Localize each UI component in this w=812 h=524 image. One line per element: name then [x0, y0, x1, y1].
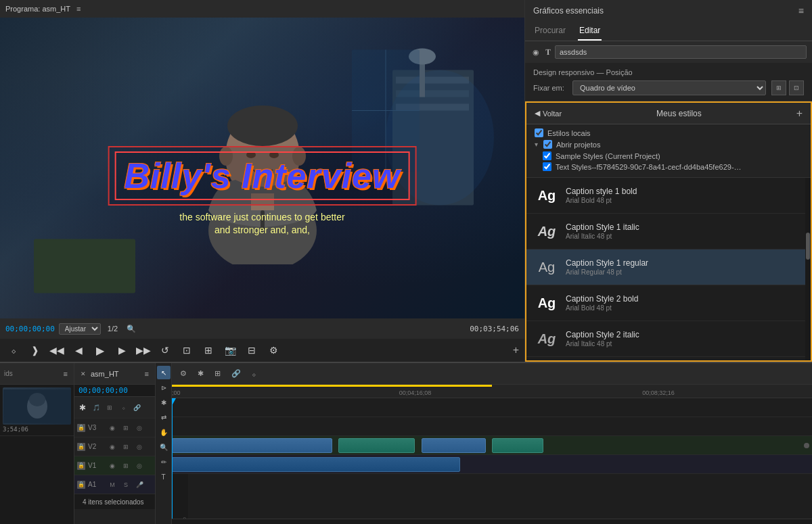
lock-v2[interactable]: 🔒 — [77, 443, 85, 451]
ripple-btn[interactable]: ✱ — [77, 402, 88, 413]
zoom-icon[interactable]: 🔍 — [125, 323, 138, 335]
header-menu-btn[interactable]: ≡ — [74, 3, 83, 14]
snap-btn[interactable]: ⊞ — [200, 342, 217, 358]
track-select-btn[interactable]: ⊳ — [157, 381, 171, 394]
tool-panel: ↖ ⊳ ✱ ⇄ ✋ 🔍 ✏ T — [156, 363, 172, 524]
tl-marker-btn[interactable]: ⬦ — [249, 368, 259, 379]
align-icon-2[interactable]: ⊡ — [789, 80, 804, 95]
style-item-1[interactable]: AgCaption Style 1 italicArial Italic 48 … — [526, 214, 805, 249]
target-v1[interactable]: ◎ — [134, 460, 145, 471]
svg-point-23 — [29, 393, 45, 406]
timecode-left: 00;00;00;00 — [5, 325, 55, 333]
fit-select[interactable]: Ajustar — [59, 323, 101, 335]
local-styles-label: Estilos locais — [547, 129, 591, 137]
eye-v1[interactable]: ◉ — [107, 460, 118, 471]
step-back-btn[interactable]: ◀ — [70, 342, 87, 358]
mark-out-btn[interactable]: ❱ — [27, 342, 43, 358]
add-style-btn[interactable]: + — [796, 108, 803, 120]
svg-point-2 — [227, 105, 298, 146]
razor-btn[interactable]: 🎵 — [91, 402, 102, 413]
safe-zone-btn[interactable]: ⊡ — [179, 342, 195, 358]
settings-btn[interactable]: ⚙ — [265, 342, 281, 358]
local-styles-checkbox[interactable] — [535, 128, 543, 137]
tab-edit[interactable]: Editar — [578, 22, 602, 41]
fixar-select[interactable]: Quadro de vídeo — [572, 80, 766, 95]
zoom-tool-btn[interactable]: 🔍 — [157, 440, 171, 454]
scrollbar-thumb[interactable] — [806, 233, 810, 260]
text-styles-checkbox[interactable] — [543, 162, 551, 171]
program-title: Programa: asm_HT — [5, 5, 70, 13]
tl-settings-btn[interactable]: ⚙ — [177, 368, 189, 379]
timeline-scrollbar[interactable] — [172, 519, 812, 524]
style-item-0[interactable]: AgCaption style 1 boldArial Bold 48 pt — [526, 178, 805, 214]
clip-v1-1[interactable] — [172, 438, 332, 453]
target-v3[interactable]: ◎ — [134, 423, 145, 433]
search-input[interactable] — [555, 45, 807, 59]
mute-a1[interactable]: M — [107, 479, 118, 490]
tl-link-btn[interactable]: 🔗 — [229, 368, 244, 379]
clip-v1-2[interactable] — [338, 438, 415, 453]
type-tool-btn[interactable]: T — [157, 470, 171, 483]
style-item-5[interactable]: AgCaption Style 2 regularArial Regular 4… — [526, 357, 805, 360]
num-0: 0 — [173, 509, 186, 519]
next-frame-btn[interactable]: ▶▶ — [135, 342, 152, 358]
tl-snap-btn[interactable]: ⊞ — [212, 368, 223, 379]
lock-a1[interactable]: 🔒 — [77, 481, 85, 489]
target-v2[interactable]: ◎ — [134, 442, 145, 452]
style-item-3[interactable]: AgCaption Style 2 boldArial Bold 48 pt — [526, 285, 805, 321]
eye-toggle-btn[interactable]: ◉ — [531, 47, 541, 58]
hand-tool-btn[interactable]: ✋ — [157, 425, 171, 439]
open-projects-checkbox[interactable] — [543, 140, 552, 149]
marker-btn[interactable]: ⬦ — [118, 402, 129, 413]
clip-v1[interactable]: ⊞ — [120, 460, 131, 471]
thumb-menu-btn[interactable]: ≡ — [62, 368, 70, 379]
pen-tool-btn[interactable]: ✏ — [157, 455, 171, 469]
ripple-tool-btn[interactable]: ✱ — [157, 396, 171, 409]
export-btn[interactable]: ⊟ — [244, 342, 260, 358]
link-btn[interactable]: 🔗 — [131, 402, 142, 413]
thumb-header: ids ≡ — [0, 363, 74, 385]
sample-styles-checkbox[interactable] — [543, 151, 551, 160]
clip-v1-3[interactable] — [422, 438, 486, 453]
tl-ripple-btn[interactable]: ✱ — [195, 368, 206, 379]
mic-a1[interactable]: 🎤 — [134, 479, 145, 490]
thumb-item[interactable]: 3;54;06 — [0, 385, 74, 436]
loop-btn[interactable]: ↺ — [157, 342, 173, 358]
scrollbar-track[interactable] — [805, 178, 811, 360]
numbers-column: 0 -6 -12 -18 -24 -30 -36 — [172, 474, 188, 519]
track-row-v3 — [172, 398, 812, 417]
lock-v1[interactable]: 🔒 — [77, 462, 85, 470]
lock-v3[interactable]: 🔒 — [77, 424, 85, 432]
camera-btn[interactable]: 📷 — [222, 342, 238, 358]
style-item-2[interactable]: AgCaption Style 1 regularArial Regular 4… — [526, 249, 805, 285]
selection-count: 4 itens selecionados — [78, 496, 148, 508]
solo-a1[interactable]: S — [120, 479, 131, 490]
video-panel: Programa: asm_HT ≡ — [0, 0, 524, 362]
timeline-ruler-bar: :00;00 00;04;16;08 00;08;32;16 — [172, 385, 812, 398]
add-control-btn[interactable]: + — [513, 344, 519, 356]
mark-in-btn[interactable]: ⬦ — [5, 342, 22, 358]
tab-search[interactable]: Procurar — [533, 22, 567, 41]
style-name-0: Caption style 1 bold — [566, 187, 797, 196]
design-label: Design responsivo — Posição — [533, 68, 804, 76]
voltar-btn[interactable]: ◀ Voltar — [535, 109, 562, 118]
close-seq-btn[interactable]: ✕ — [78, 369, 88, 379]
clip-v3[interactable]: ⊞ — [120, 423, 131, 433]
seq-menu-btn[interactable]: ≡ — [143, 368, 151, 379]
roll-tool-btn[interactable]: ⇄ — [157, 410, 171, 424]
panel-menu-btn[interactable]: ≡ — [798, 5, 804, 16]
step-fwd-btn[interactable]: ▶ — [114, 342, 130, 358]
style-item-4[interactable]: AgCaption Style 2 italicArial Italic 48 … — [526, 321, 805, 357]
play-btn[interactable]: ▶ — [92, 342, 108, 358]
sub-check-row-1: Sample Styles (Current Project) — [543, 151, 803, 160]
align-icon-1[interactable]: ⊞ — [771, 80, 786, 95]
select-tool-btn[interactable]: ↖ — [157, 366, 171, 379]
eye-v2[interactable]: ◉ — [107, 442, 118, 452]
clip-v1-4[interactable] — [492, 438, 543, 453]
clip-v2[interactable]: ⊞ — [120, 442, 131, 452]
clip-a1-1[interactable] — [172, 457, 460, 472]
snap-btn-tl[interactable]: ⊞ — [104, 402, 115, 413]
eye-v3[interactable]: ◉ — [107, 423, 118, 433]
timeline-header-bar: ⚙ ✱ ⊞ 🔗 ⬦ — [172, 363, 812, 385]
prev-frame-btn[interactable]: ◀◀ — [49, 342, 65, 358]
